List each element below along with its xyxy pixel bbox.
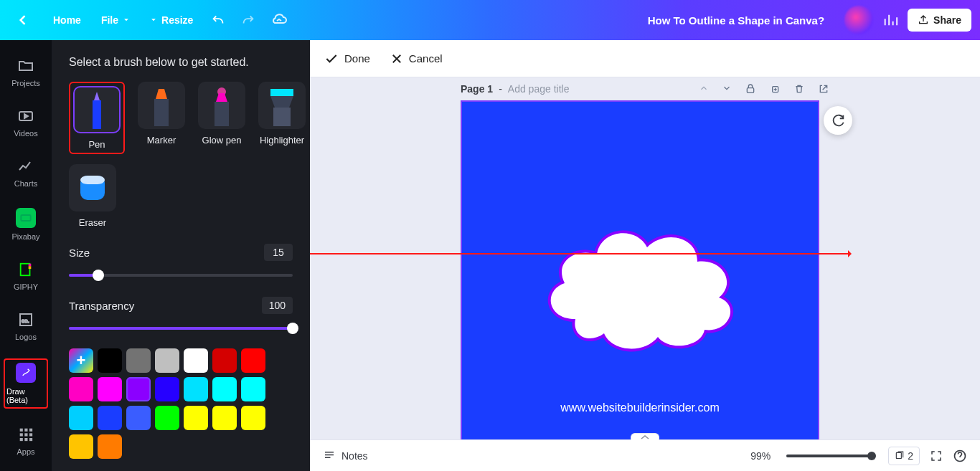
- cloud-sync-icon[interactable]: [263, 6, 295, 34]
- color-swatch[interactable]: [184, 406, 208, 430]
- size-slider[interactable]: [69, 270, 293, 281]
- svg-rect-12: [20, 438, 23, 441]
- canvas-scroll[interactable]: Page 1 - Add page title: [310, 77, 980, 471]
- page-down-button[interactable]: [722, 83, 732, 95]
- color-swatch[interactable]: [155, 348, 179, 373]
- color-swatch[interactable]: [155, 406, 179, 430]
- home-menu[interactable]: Home: [43, 9, 91, 32]
- chevron-down-icon: [123, 16, 130, 24]
- giphy-icon: [17, 261, 34, 278]
- fullscreen-button[interactable]: [930, 449, 943, 462]
- color-swatch[interactable]: [69, 377, 93, 401]
- rail-label: Draw (Beta): [6, 387, 45, 404]
- transparency-value[interactable]: 100: [262, 297, 293, 314]
- transparency-label: Transparency: [69, 300, 134, 312]
- brand-blob: [844, 6, 873, 34]
- rail-projects[interactable]: Projects: [0, 54, 52, 90]
- brush-label: Eraser: [79, 217, 106, 228]
- color-swatch[interactable]: [241, 348, 265, 373]
- zoom-slider[interactable]: [786, 455, 872, 457]
- color-add-button[interactable]: [69, 348, 93, 373]
- back-icon[interactable]: [9, 7, 37, 33]
- rail-apps[interactable]: Apps: [0, 423, 52, 459]
- share-button[interactable]: Share: [908, 9, 971, 32]
- popout-icon[interactable]: [818, 83, 829, 95]
- eraser-icon: [76, 170, 109, 203]
- color-swatch[interactable]: [98, 434, 122, 459]
- document-title: How To Outline a Shape in Canva?: [648, 14, 824, 27]
- color-swatch[interactable]: [98, 348, 122, 373]
- color-swatch[interactable]: [241, 406, 265, 430]
- brush-label: Glow pen: [202, 135, 242, 146]
- svg-rect-10: [24, 433, 27, 436]
- color-swatch[interactable]: [184, 348, 208, 373]
- help-button[interactable]: [953, 449, 967, 463]
- apps-icon: [19, 427, 33, 442]
- color-swatch[interactable]: [212, 377, 237, 401]
- brush-glowpen[interactable]: Glow pen: [198, 82, 245, 154]
- svg-text:co.: co.: [22, 318, 29, 324]
- rail-label: Apps: [17, 447, 34, 456]
- redo-button[interactable]: [233, 6, 263, 34]
- color-swatch[interactable]: [98, 406, 122, 430]
- rail-giphy[interactable]: GIPHY: [0, 258, 52, 294]
- color-swatch[interactable]: [69, 406, 93, 430]
- canvas-watermark: www.websitebuilderinsider.com: [462, 401, 818, 414]
- canvas-area: Done Cancel Page 1 - Add page title: [310, 40, 980, 471]
- svg-rect-3: [29, 264, 32, 267]
- undo-button[interactable]: [203, 6, 233, 34]
- page-count-button[interactable]: 2: [888, 447, 920, 465]
- size-value[interactable]: 15: [264, 244, 293, 261]
- brush-highlighter[interactable]: Highlighter: [258, 82, 306, 154]
- color-swatch[interactable]: [155, 377, 179, 401]
- brush-pen[interactable]: Pen: [69, 82, 125, 154]
- page-drawer-handle[interactable]: [631, 433, 659, 440]
- transparency-control: Transparency 100: [69, 297, 293, 334]
- cancel-button[interactable]: Cancel: [390, 52, 443, 65]
- file-menu[interactable]: File: [91, 9, 140, 32]
- notes-button[interactable]: Notes: [323, 449, 368, 462]
- color-swatch[interactable]: [212, 348, 237, 373]
- resize-menu[interactable]: Resize: [140, 9, 203, 32]
- top-bar: Home File Resize How To Outline a Shape …: [0, 0, 980, 40]
- zoom-value[interactable]: 99%: [750, 450, 771, 462]
- video-icon: [17, 108, 34, 125]
- color-swatch[interactable]: [126, 406, 151, 430]
- page-up-button[interactable]: [699, 83, 709, 95]
- color-swatch[interactable]: [241, 377, 265, 401]
- brush-label: Pen: [88, 139, 105, 150]
- color-swatch[interactable]: [126, 377, 151, 401]
- size-control: Size 15: [69, 244, 293, 281]
- brush-marker[interactable]: Marker: [138, 82, 185, 154]
- rail-label: GIPHY: [14, 282, 38, 291]
- close-icon: [390, 52, 403, 65]
- share-label: Share: [933, 14, 961, 26]
- brush-eraser[interactable]: Eraser: [69, 164, 116, 228]
- page-title-input[interactable]: Add page title: [508, 83, 570, 95]
- canvas-page[interactable]: www.websitebuilderinsider.com: [462, 102, 818, 457]
- color-swatch[interactable]: [126, 348, 151, 373]
- color-swatch[interactable]: [69, 434, 93, 459]
- color-swatch[interactable]: [98, 377, 122, 401]
- pages-icon: [895, 451, 905, 461]
- color-swatch[interactable]: [184, 377, 208, 401]
- rail-label: Logos: [15, 333, 37, 341]
- brush-label: Highlighter: [260, 135, 304, 146]
- delete-page-icon[interactable]: [793, 83, 805, 95]
- rail-charts[interactable]: Charts: [0, 155, 52, 191]
- rail-videos[interactable]: Videos: [0, 105, 52, 141]
- annotation-arrow-horizontal: [310, 253, 851, 254]
- lock-icon[interactable]: [745, 83, 756, 95]
- color-swatch[interactable]: [212, 406, 237, 430]
- rail-logos[interactable]: co. Logos: [0, 308, 52, 344]
- rail-pixabay[interactable]: Pixabay: [0, 205, 52, 244]
- done-button[interactable]: Done: [324, 52, 370, 66]
- insights-button[interactable]: [882, 12, 899, 28]
- ai-assist-button[interactable]: [824, 106, 852, 135]
- svg-rect-21: [747, 88, 753, 93]
- svg-rect-17: [270, 89, 293, 96]
- transparency-slider[interactable]: [69, 323, 293, 334]
- duplicate-page-icon[interactable]: [769, 83, 781, 95]
- rail-draw[interactable]: Draw (Beta): [4, 358, 48, 409]
- folder-icon: [17, 57, 34, 75]
